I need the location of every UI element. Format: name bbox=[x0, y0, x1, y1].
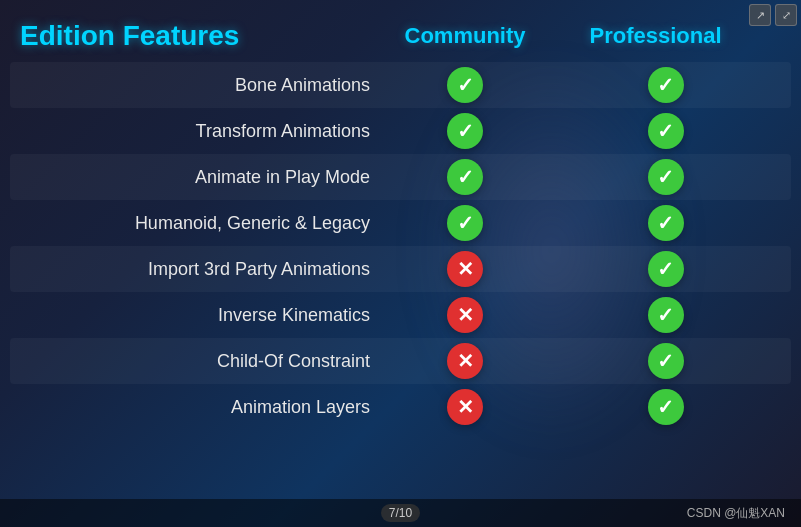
features-table: Bone Animations✓✓Transform Animations✓✓A… bbox=[0, 62, 801, 430]
professional-cell: ✓ bbox=[530, 389, 781, 425]
feature-name: Animate in Play Mode bbox=[20, 167, 400, 188]
watermark: CSDN @仙魁XAN bbox=[687, 505, 785, 522]
expand-icon: ⤢ bbox=[782, 9, 791, 22]
community-cell: ✓ bbox=[400, 205, 530, 241]
check-icon: ✓ bbox=[447, 67, 483, 103]
professional-cell: ✓ bbox=[530, 205, 781, 241]
check-icon: ✓ bbox=[648, 297, 684, 333]
community-cell: ✓ bbox=[400, 67, 530, 103]
table-row: Animate in Play Mode✓✓ bbox=[10, 154, 791, 200]
x-icon: ✕ bbox=[447, 297, 483, 333]
table-row: Animation Layers✕✓ bbox=[10, 384, 791, 430]
community-cell: ✕ bbox=[400, 343, 530, 379]
professional-cell: ✓ bbox=[530, 251, 781, 287]
feature-name: Animation Layers bbox=[20, 397, 400, 418]
check-icon: ✓ bbox=[447, 159, 483, 195]
page-title: Edition Features bbox=[20, 20, 400, 52]
expand-button[interactable]: ⤢ bbox=[775, 4, 797, 26]
community-cell: ✕ bbox=[400, 297, 530, 333]
check-icon: ✓ bbox=[648, 67, 684, 103]
community-cell: ✕ bbox=[400, 251, 530, 287]
column-community-header: Community bbox=[400, 23, 530, 49]
table-row: Transform Animations✓✓ bbox=[10, 108, 791, 154]
feature-name: Inverse Kinematics bbox=[20, 305, 400, 326]
feature-name: Import 3rd Party Animations bbox=[20, 259, 400, 280]
page-indicator: 7/10 bbox=[381, 504, 420, 522]
bottom-bar: 7/10 CSDN @仙魁XAN bbox=[0, 499, 801, 527]
table-row: Import 3rd Party Animations✕✓ bbox=[10, 246, 791, 292]
professional-cell: ✓ bbox=[530, 113, 781, 149]
feature-name: Bone Animations bbox=[20, 75, 400, 96]
x-icon: ✕ bbox=[447, 251, 483, 287]
check-icon: ✓ bbox=[648, 159, 684, 195]
community-cell: ✓ bbox=[400, 113, 530, 149]
table-row: Inverse Kinematics✕✓ bbox=[10, 292, 791, 338]
check-icon: ✓ bbox=[648, 205, 684, 241]
professional-cell: ✓ bbox=[530, 67, 781, 103]
check-icon: ✓ bbox=[648, 389, 684, 425]
community-cell: ✕ bbox=[400, 389, 530, 425]
community-cell: ✓ bbox=[400, 159, 530, 195]
table-row: Child-Of Constraint✕✓ bbox=[10, 338, 791, 384]
check-icon: ✓ bbox=[648, 343, 684, 379]
share-icon: ↗ bbox=[756, 9, 765, 22]
x-icon: ✕ bbox=[447, 343, 483, 379]
table-row: Bone Animations✓✓ bbox=[10, 62, 791, 108]
header-row: Edition Features Community Professional bbox=[0, 0, 801, 62]
check-icon: ✓ bbox=[648, 113, 684, 149]
feature-name: Humanoid, Generic & Legacy bbox=[20, 213, 400, 234]
professional-cell: ✓ bbox=[530, 343, 781, 379]
column-professional-header: Professional bbox=[530, 23, 781, 49]
table-row: Humanoid, Generic & Legacy✓✓ bbox=[10, 200, 791, 246]
check-icon: ✓ bbox=[648, 251, 684, 287]
check-icon: ✓ bbox=[447, 205, 483, 241]
top-icon-bar: ↗ ⤢ bbox=[749, 4, 797, 26]
feature-name: Child-Of Constraint bbox=[20, 351, 400, 372]
x-icon: ✕ bbox=[447, 389, 483, 425]
share-button[interactable]: ↗ bbox=[749, 4, 771, 26]
professional-cell: ✓ bbox=[530, 159, 781, 195]
feature-name: Transform Animations bbox=[20, 121, 400, 142]
professional-cell: ✓ bbox=[530, 297, 781, 333]
check-icon: ✓ bbox=[447, 113, 483, 149]
